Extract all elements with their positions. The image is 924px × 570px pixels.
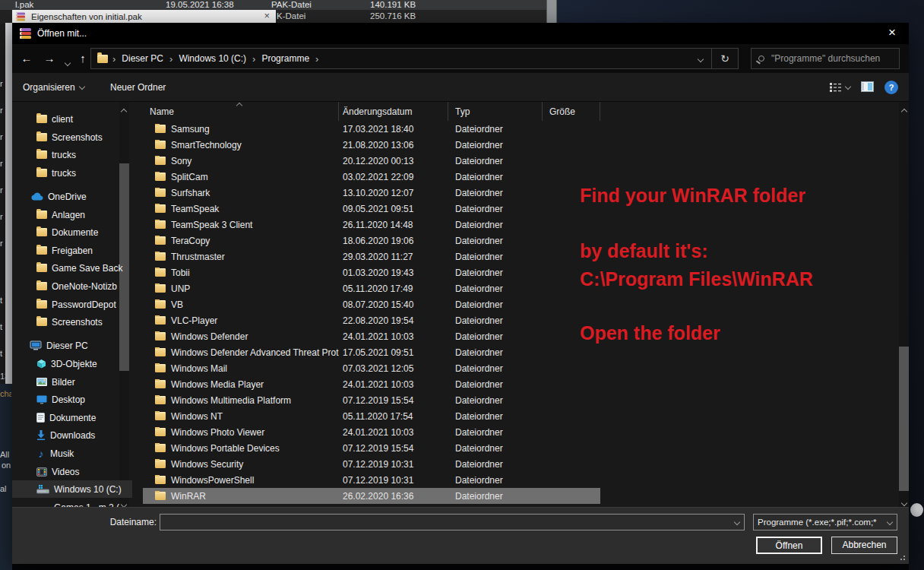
annotation-line-4: Open the folder <box>580 322 720 344</box>
help-icon[interactable]: ? <box>884 81 898 94</box>
background-text-fragment: cha <box>0 389 11 398</box>
sidebar-item-trucks[interactable]: trucks <box>12 146 141 163</box>
search-input[interactable] <box>771 53 899 64</box>
background-text-fragment: t <box>0 296 5 305</box>
sidebar-item-anlagen[interactable]: Anlagen <box>12 206 141 223</box>
sidebar-item-musik[interactable]: ♪Musik <box>12 445 141 462</box>
up-icon[interactable]: ↑ <box>74 50 91 67</box>
sidebar-item-passworddepot[interactable]: PasswordDepot <box>12 296 141 313</box>
sidebar-item-desktop[interactable]: Desktop <box>12 391 141 408</box>
sidebar-item-dokumente[interactable]: Dokumente <box>12 223 141 241</box>
file-name: SmartTechnology <box>171 140 242 150</box>
address-dropdown-icon[interactable] <box>690 53 711 64</box>
sidebar-item-dokumente[interactable]: Dokumente <box>12 409 141 426</box>
sidebar-item-trucks[interactable]: trucks <box>12 164 141 182</box>
sidebar-item-downloads[interactable]: Downloads <box>12 426 141 444</box>
back-icon[interactable]: ← <box>18 50 35 67</box>
forward-icon[interactable]: → <box>41 50 58 67</box>
folder-icon <box>155 348 166 356</box>
resize-grip[interactable] <box>900 556 907 562</box>
new-folder-button[interactable]: Neuer Ordner <box>110 73 166 102</box>
folder-icon <box>155 157 166 165</box>
file-row-splitcam[interactable]: SplitCam03.02.2021 22:09Dateiordner <box>143 169 600 185</box>
scroll-down-icon[interactable] <box>902 497 907 508</box>
file-name: TeamSpeak <box>171 204 219 214</box>
list-view-icon[interactable] <box>830 83 850 92</box>
file-row-windows-photo-viewer[interactable]: Windows Photo Viewer24.01.2021 10:03Date… <box>143 424 600 440</box>
file-row-windows-multimedia-platform[interactable]: Windows Multimedia Platform07.12.2019 15… <box>143 392 600 408</box>
breadcrumb-item[interactable]: Windows 10 (C:) <box>174 53 251 64</box>
file-name: VLC-Player <box>171 315 217 326</box>
sidebar-item-game-save-back[interactable]: Game Save Back <box>12 259 141 277</box>
file-row-windows-media-player[interactable]: Windows Media Player24.01.2021 10:03Date… <box>143 376 600 392</box>
cloud-icon <box>30 192 43 201</box>
file-row-vlc-player[interactable]: VLC-Player22.08.2020 19:54Dateiordner <box>143 312 600 328</box>
organize-button[interactable]: Organisieren <box>23 73 84 102</box>
refresh-icon[interactable]: ↻ <box>712 52 738 65</box>
file-name-cell: VLC-Player <box>143 315 339 326</box>
history-chevron-icon[interactable] <box>59 53 76 70</box>
filename-combobox[interactable] <box>160 514 745 530</box>
sidebar-item-windows-10-c-[interactable]: Windows 10 (C:) <box>12 480 132 498</box>
file-row-surfshark[interactable]: Surfshark13.10.2020 12:07Dateiordner <box>143 185 600 201</box>
file-row-windowspowershell[interactable]: WindowsPowerShell07.12.2019 10:31Dateior… <box>143 472 600 488</box>
sidebar-item-3d-objekte[interactable]: 3D-Objekte <box>12 355 141 372</box>
background-text-fragment: All <box>0 450 11 459</box>
sidebar-item-label: Game Save Back <box>52 263 122 274</box>
folder-icon <box>155 204 166 213</box>
filetype-select[interactable]: Programme (*.exe;*.pif;*.com;* <box>753 514 897 530</box>
sidebar-item-screenshots[interactable]: Screenshots <box>12 128 141 146</box>
column-header-type[interactable]: Typ <box>448 102 543 121</box>
file-row-teamspeak[interactable]: TeamSpeak09.05.2021 09:51Dateiordner <box>143 201 600 217</box>
file-row-windows-mail[interactable]: Windows Mail07.03.2021 12:05Dateiordner <box>143 360 600 376</box>
sidebar-item-videos[interactable]: Videos <box>12 463 141 480</box>
sidebar-item-label: OneNote-Notizb <box>52 281 117 292</box>
folder-icon <box>36 150 47 159</box>
file-row-windows-defender-advanced-threat-prot-[interactable]: Windows Defender Advanced Threat Prot...… <box>143 344 600 360</box>
file-row-thrustmaster[interactable]: Thrustmaster29.03.2020 11:27Dateiordner <box>143 249 600 264</box>
file-row-unp[interactable]: UNP05.11.2020 17:49Dateiordner <box>143 280 600 296</box>
column-header-size[interactable]: Größe <box>543 102 600 121</box>
file-row-windows-defender[interactable]: Windows Defender24.01.2021 10:03Dateiord… <box>143 328 600 344</box>
close-icon[interactable]: × <box>883 24 901 42</box>
file-row-teamspeak-3-client[interactable]: TeamSpeak 3 Client26.11.2020 14:48Dateio… <box>143 217 600 233</box>
file-row-smarttechnology[interactable]: SmartTechnology21.08.2020 13:06Dateiordn… <box>143 137 600 153</box>
sidebar-item-label: Musik <box>50 448 74 459</box>
file-row-tobii[interactable]: Tobii01.03.2020 19:43Dateiordner <box>143 264 600 280</box>
file-row-windows-portable-devices[interactable]: Windows Portable Devices07.12.2019 15:54… <box>143 440 600 456</box>
sidebar-item-label: Windows 10 (C:) <box>54 484 122 495</box>
file-row-windows-security[interactable]: Windows Security07.12.2019 10:31Dateiord… <box>143 456 600 472</box>
list-scrollbar-thumb[interactable] <box>899 347 909 491</box>
sidebar-item-dieser-pc[interactable]: Dieser PC <box>12 337 141 354</box>
column-header-name[interactable]: Name <box>143 102 339 121</box>
download-icon <box>36 430 46 440</box>
sidebar-item-onedrive[interactable]: OneDrive <box>12 188 141 205</box>
sidebar-item-onenote-notizb[interactable]: OneNote-Notizb <box>12 277 141 295</box>
breadcrumb-item[interactable]: Dieser PC <box>117 53 168 64</box>
address-bar[interactable]: › Dieser PC›Windows 10 (C:)›Programme› ↻ <box>90 48 739 69</box>
sidebar-item-screenshots[interactable]: Screenshots <box>12 313 141 331</box>
file-row-windows-nt[interactable]: Windows NT05.11.2020 17:54Dateiordner <box>143 408 600 424</box>
sidebar-item-bilder[interactable]: Bilder <box>12 373 141 391</box>
filename-input[interactable] <box>163 515 726 529</box>
sidebar-item-freigaben[interactable]: Freigaben <box>12 242 141 259</box>
file-row-winrar[interactable]: WinRAR26.02.2020 16:36Dateiordner <box>143 488 600 504</box>
breadcrumb-item[interactable]: Programme <box>257 53 314 64</box>
cancel-button[interactable]: Abbrechen <box>831 537 897 554</box>
sidebar-item-client[interactable]: client <box>12 110 141 128</box>
file-row-samsung[interactable]: Samsung17.03.2021 18:40Dateiordner <box>143 121 600 137</box>
background-text-fragment: r <box>0 132 5 141</box>
file-row-vb[interactable]: VB08.07.2020 15:40Dateiordner <box>143 296 600 312</box>
open-button[interactable]: Öffnen <box>756 537 822 554</box>
file-row-teracopy[interactable]: TeraCopy18.06.2020 19:06Dateiordner <box>143 233 600 249</box>
file-type: Dateiordner <box>448 236 543 246</box>
sidebar-item-games-1-m-2-[interactable]: Games 1_ m 2 ( <box>12 499 141 507</box>
column-header-modified[interactable]: Änderungsdatum <box>339 102 448 121</box>
folder-icon <box>36 115 47 123</box>
preview-pane-icon[interactable] <box>861 81 874 94</box>
scroll-up-icon[interactable] <box>902 106 907 116</box>
file-row-sony[interactable]: Sony20.12.2020 00:13Dateiordner <box>143 153 600 169</box>
folder-icon <box>36 211 47 219</box>
sidebar-item-label: trucks <box>52 168 76 179</box>
search-box[interactable] <box>751 48 900 69</box>
